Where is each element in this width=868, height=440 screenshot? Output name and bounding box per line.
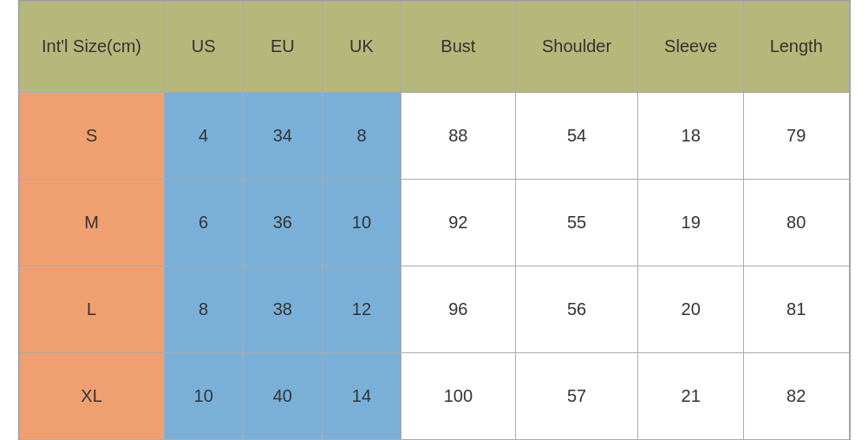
cell-shoulder: 55	[515, 179, 638, 266]
cell-size: S	[19, 92, 164, 179]
cell-us: 4	[164, 92, 243, 179]
cell-bust: 96	[401, 266, 516, 352]
cell-sleeve: 18	[638, 92, 744, 179]
size-table: Int'l Size(cm) US EU UK Bust Shoulder Sl…	[18, 0, 851, 440]
table-row: L8381296562081	[19, 266, 849, 352]
cell-length: 81	[743, 266, 849, 352]
cell-us: 10	[164, 352, 243, 439]
cell-size: XL	[19, 352, 164, 439]
cell-uk: 10	[322, 179, 401, 266]
cell-eu: 38	[243, 266, 322, 352]
header-shoulder: Shoulder	[515, 1, 638, 92]
header-sleeve: Sleeve	[638, 1, 744, 92]
cell-size: M	[19, 179, 164, 266]
cell-sleeve: 19	[638, 179, 744, 266]
header-intl: Int'l Size(cm)	[19, 1, 164, 92]
cell-eu: 34	[243, 92, 322, 179]
cell-length: 79	[743, 92, 849, 179]
cell-us: 6	[164, 179, 243, 266]
cell-eu: 36	[243, 179, 322, 266]
cell-uk: 8	[322, 92, 401, 179]
cell-size: L	[19, 266, 164, 352]
cell-shoulder: 56	[515, 266, 638, 352]
header-eu: EU	[243, 1, 322, 92]
cell-eu: 40	[243, 352, 322, 439]
cell-us: 8	[164, 266, 243, 352]
cell-shoulder: 57	[515, 352, 638, 439]
header-us: US	[164, 1, 243, 92]
header-uk: UK	[322, 1, 401, 92]
cell-uk: 14	[322, 352, 401, 439]
cell-bust: 88	[401, 92, 516, 179]
cell-bust: 100	[401, 352, 516, 439]
table-row: S434888541879	[19, 92, 849, 179]
header-row: Int'l Size(cm) US EU UK Bust Shoulder Sl…	[19, 1, 849, 92]
cell-sleeve: 21	[638, 352, 744, 439]
table-row: M6361092551980	[19, 179, 849, 266]
cell-sleeve: 20	[638, 266, 744, 352]
cell-bust: 92	[401, 179, 516, 266]
header-bust: Bust	[401, 1, 516, 92]
cell-shoulder: 54	[515, 92, 638, 179]
header-length: Length	[743, 1, 849, 92]
cell-length: 80	[743, 179, 849, 266]
cell-uk: 12	[322, 266, 401, 352]
table-row: XL104014100572182	[19, 352, 849, 439]
cell-length: 82	[743, 352, 849, 439]
